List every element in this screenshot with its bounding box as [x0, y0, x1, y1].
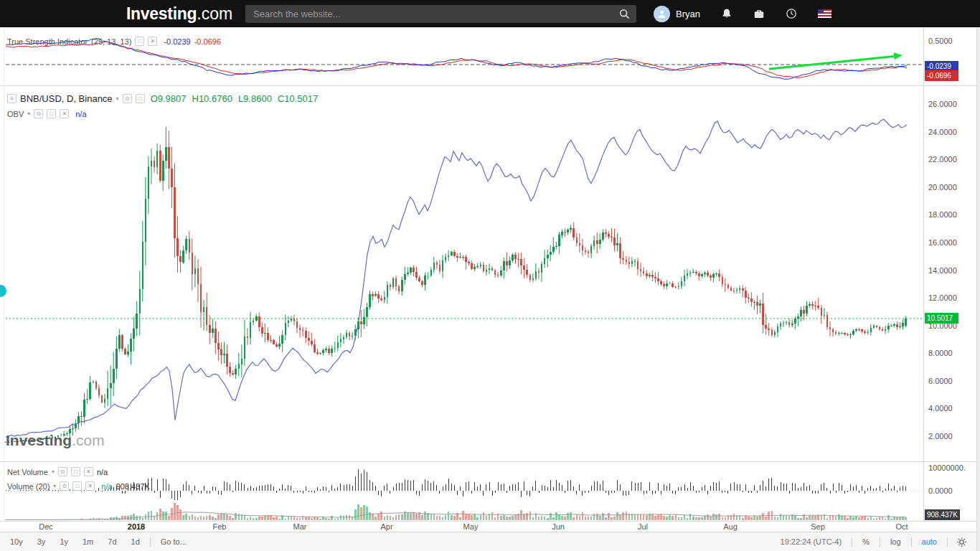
chart-toolbar: 10y3y1y1m7d1dGo to... 19:22:24 (UTC-4) %…	[0, 532, 980, 551]
us-flag	[818, 9, 831, 18]
watermark-text: Investing	[6, 432, 72, 448]
pane-collapse-icon[interactable]: ≡	[7, 94, 17, 103]
time-axis-label: Apr	[380, 522, 392, 531]
volume-tick-label: 10000000.	[928, 463, 966, 472]
last-price-badge: 10.5017	[925, 313, 958, 324]
volume-value: n/a	[101, 482, 112, 491]
range-buttons-group: 10y3y1y1m7d1dGo to...	[0, 532, 194, 551]
price-tick-label: 22.0000	[928, 155, 957, 164]
investing-logo[interactable]: Investing.com	[126, 6, 232, 22]
percent-scale-button[interactable]: %	[857, 537, 875, 546]
site-search	[245, 5, 636, 23]
trend-arrow-annotation	[770, 56, 896, 69]
volume-ma-line	[6, 512, 906, 520]
symbol-settings-button[interactable]: □	[136, 94, 145, 103]
volume-ma-value: 908.437K	[116, 482, 150, 491]
language-flag-icon[interactable]	[818, 9, 831, 18]
time-axis-label: Mar	[293, 522, 307, 531]
logo-suffix: .com	[197, 4, 232, 23]
range-7d-button[interactable]: 7d	[100, 532, 123, 551]
portfolio-briefcase-icon[interactable]	[753, 9, 765, 19]
avatar	[654, 6, 670, 22]
candle-bodies-down	[5, 147, 898, 443]
price-tick-label: 16.0000	[928, 238, 957, 247]
market-clock-icon[interactable]	[786, 8, 797, 19]
range-10y-button[interactable]: 10y	[3, 532, 30, 551]
utc-clock-label[interactable]: 19:22:24 (UTC-4)	[775, 537, 848, 546]
notifications-bell-icon[interactable]	[721, 8, 732, 19]
range-1y-button[interactable]: 1y	[52, 532, 75, 551]
range-1m-button[interactable]: 1m	[75, 532, 100, 551]
price-tick-label: 6.0000	[928, 377, 953, 385]
price-tick-label: 18.0000	[928, 210, 957, 219]
user-menu[interactable]: Bryan	[654, 6, 700, 22]
price-tick-label: 20.0000	[928, 183, 957, 192]
search-input[interactable]	[252, 8, 615, 20]
volume-title: Volume (20)	[7, 482, 50, 491]
toolbar-right-group: 19:22:24 (UTC-4) % log auto	[775, 537, 980, 547]
obv-close-button[interactable]: ✕	[60, 109, 69, 118]
time-axis-label: Aug	[723, 522, 738, 531]
chart-settings-gear-icon[interactable]	[952, 537, 971, 547]
obv-indicator-legend: OBV ▾ ⊙ □ ✕ n/a	[7, 109, 87, 118]
toolbar-divider	[880, 537, 880, 547]
price-tick-label: 26.0000	[928, 100, 957, 108]
top-navigation-bar: Investing.com Bryan	[0, 0, 980, 27]
user-name: Bryan	[676, 9, 700, 19]
ohlc-close: C10.5017	[278, 93, 318, 104]
trend-arrow-head	[894, 52, 903, 60]
price-tick-label: 24.0000	[928, 128, 957, 136]
obv-visibility-button[interactable]: ⊙	[34, 109, 43, 118]
obv-title: OBV	[7, 110, 24, 118]
time-axis-label: 2018	[128, 522, 145, 531]
volume-tick-label: 0.0000	[928, 486, 953, 495]
volume-legend: Volume (20) ▾ ⊙ □ ✕ n/a 908.437K	[7, 481, 150, 491]
toolbar-divider	[947, 537, 948, 547]
investing-watermark: Investing.com	[6, 432, 105, 449]
symbol-caret-icon: ▾	[116, 95, 119, 102]
volume-caret-icon: ▾	[53, 483, 56, 489]
ohlc-open: O9.9807	[151, 93, 187, 104]
volume-visibility-button[interactable]: ⊙	[60, 481, 69, 491]
volume-settings-button[interactable]: □	[72, 481, 82, 491]
obv-settings-button[interactable]: □	[47, 109, 56, 118]
net-volume-legend: Net Volume ▾ ⊙ □ ✕ n/a	[7, 467, 108, 476]
user-icon	[657, 9, 666, 19]
search-icon[interactable]	[619, 9, 630, 19]
tsi-value-red: -0.0696	[194, 37, 221, 46]
net-volume-visibility-button[interactable]: ⊙	[58, 467, 67, 476]
tsi-value-blue: -0.0239	[164, 37, 190, 46]
price-tick-label: 2.0000	[928, 432, 953, 441]
tsi-title: True Strength Indicator	[7, 37, 88, 46]
tsi-close-button[interactable]: ✕	[148, 37, 157, 46]
obv-line	[6, 119, 907, 437]
scrollbar[interactable]	[976, 27, 980, 551]
net-volume-title: Net Volume	[7, 468, 48, 476]
obv-value: n/a	[75, 110, 86, 118]
tsi-indicator-legend: True Strength Indicator (25, 13, 13) □ ✕…	[7, 37, 221, 46]
range-3y-button[interactable]: 3y	[30, 532, 53, 551]
ohlc-high: H10.6760	[192, 93, 232, 104]
net-volume-caret-icon: ▾	[52, 468, 55, 475]
net-volume-close-button[interactable]: ✕	[84, 467, 93, 476]
time-axis-label: Oct	[895, 522, 908, 531]
time-axis-label: Jun	[552, 522, 565, 531]
toolbar-divider	[150, 537, 151, 547]
symbol-visibility-button[interactable]: ⊙	[123, 94, 132, 103]
volume-close-button[interactable]: ✕	[85, 481, 95, 491]
ohlc-low: L9.8600	[238, 93, 272, 104]
tsi-settings-button[interactable]: □	[135, 37, 144, 46]
range-1d-button[interactable]: 1d	[124, 532, 147, 551]
auto-scale-button[interactable]: auto	[916, 537, 943, 546]
goto-button[interactable]: Go to...	[154, 532, 194, 551]
log-scale-button[interactable]: log	[885, 537, 907, 546]
obv-caret-icon: ▾	[27, 110, 30, 117]
price-tick-label: 8.0000	[928, 349, 953, 357]
tsi-red-badge: -0.0696	[925, 70, 958, 81]
watermark-suffix: .com	[72, 432, 105, 448]
tsi-tick-label: 0.5000	[928, 37, 953, 45]
symbol-title[interactable]: BNB/USD, D, Binance	[20, 93, 113, 104]
time-axis-label: Feb	[213, 522, 227, 531]
net-volume-settings-button[interactable]: □	[71, 467, 80, 476]
time-axis-label: Sep	[811, 522, 825, 531]
